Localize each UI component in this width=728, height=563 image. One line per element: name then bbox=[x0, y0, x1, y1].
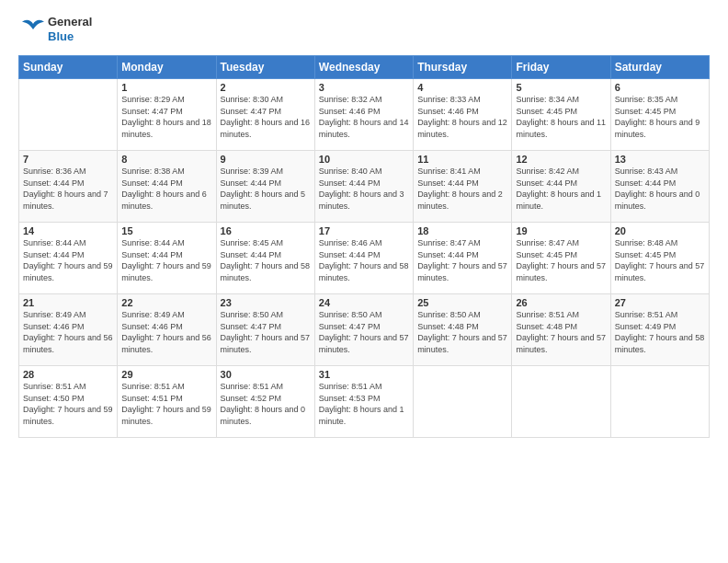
calendar-cell bbox=[512, 366, 610, 438]
day-number: 3 bbox=[319, 82, 409, 93]
day-number: 25 bbox=[417, 297, 507, 308]
calendar-cell: 27Sunrise: 8:51 AMSunset: 4:49 PMDayligh… bbox=[610, 294, 709, 366]
calendar-cell: 25Sunrise: 8:50 AMSunset: 4:48 PMDayligh… bbox=[414, 294, 512, 366]
calendar-week-row: 7Sunrise: 8:36 AMSunset: 4:44 PMDaylight… bbox=[19, 151, 710, 223]
day-number: 2 bbox=[221, 82, 311, 93]
day-info: Sunrise: 8:51 AMSunset: 4:53 PMDaylight:… bbox=[319, 381, 409, 427]
day-number: 5 bbox=[516, 82, 606, 93]
day-number: 28 bbox=[23, 369, 113, 380]
day-info: Sunrise: 8:49 AMSunset: 4:46 PMDaylight:… bbox=[121, 309, 211, 355]
day-number: 27 bbox=[615, 297, 705, 308]
day-info: Sunrise: 8:47 AMSunset: 4:45 PMDaylight:… bbox=[516, 237, 606, 283]
day-number: 21 bbox=[23, 297, 113, 308]
day-info: Sunrise: 8:34 AMSunset: 4:45 PMDaylight:… bbox=[516, 94, 606, 140]
day-number: 15 bbox=[121, 225, 211, 236]
calendar-cell: 15Sunrise: 8:44 AMSunset: 4:44 PMDayligh… bbox=[118, 223, 216, 294]
day-info: Sunrise: 8:40 AMSunset: 4:44 PMDaylight:… bbox=[319, 166, 409, 212]
day-info: Sunrise: 8:36 AMSunset: 4:44 PMDaylight:… bbox=[23, 166, 113, 212]
calendar-week-row: 28Sunrise: 8:51 AMSunset: 4:50 PMDayligh… bbox=[19, 366, 710, 438]
day-info: Sunrise: 8:51 AMSunset: 4:48 PMDaylight:… bbox=[516, 309, 606, 355]
day-number: 9 bbox=[221, 154, 311, 165]
day-number: 14 bbox=[23, 225, 113, 236]
day-info: Sunrise: 8:43 AMSunset: 4:44 PMDaylight:… bbox=[615, 166, 705, 212]
day-number: 24 bbox=[319, 297, 409, 308]
header: General Blue bbox=[18, 15, 710, 44]
day-number: 29 bbox=[121, 369, 211, 380]
calendar-cell: 7Sunrise: 8:36 AMSunset: 4:44 PMDaylight… bbox=[19, 151, 118, 223]
day-info: Sunrise: 8:49 AMSunset: 4:46 PMDaylight:… bbox=[23, 309, 113, 355]
calendar-cell: 12Sunrise: 8:42 AMSunset: 4:44 PMDayligh… bbox=[512, 151, 610, 223]
day-info: Sunrise: 8:33 AMSunset: 4:46 PMDaylight:… bbox=[417, 94, 507, 140]
day-info: Sunrise: 8:51 AMSunset: 4:49 PMDaylight:… bbox=[615, 309, 705, 355]
day-number: 18 bbox=[417, 225, 507, 236]
day-info: Sunrise: 8:30 AMSunset: 4:47 PMDaylight:… bbox=[221, 94, 311, 140]
day-number: 16 bbox=[221, 225, 311, 236]
calendar-cell: 26Sunrise: 8:51 AMSunset: 4:48 PMDayligh… bbox=[512, 294, 610, 366]
day-of-week-header: Saturday bbox=[610, 56, 709, 79]
day-info: Sunrise: 8:50 AMSunset: 4:48 PMDaylight:… bbox=[417, 309, 507, 355]
day-number: 6 bbox=[615, 82, 705, 93]
day-of-week-header: Monday bbox=[118, 56, 216, 79]
calendar-cell: 30Sunrise: 8:51 AMSunset: 4:52 PMDayligh… bbox=[216, 366, 314, 438]
day-info: Sunrise: 8:46 AMSunset: 4:44 PMDaylight:… bbox=[319, 237, 409, 283]
day-info: Sunrise: 8:50 AMSunset: 4:47 PMDaylight:… bbox=[319, 309, 409, 355]
day-of-week-header: Wednesday bbox=[314, 56, 413, 79]
calendar-cell: 19Sunrise: 8:47 AMSunset: 4:45 PMDayligh… bbox=[512, 223, 610, 294]
calendar-cell: 29Sunrise: 8:51 AMSunset: 4:51 PMDayligh… bbox=[118, 366, 216, 438]
calendar-cell: 4Sunrise: 8:33 AMSunset: 4:46 PMDaylight… bbox=[414, 79, 512, 151]
day-number: 4 bbox=[417, 82, 507, 93]
calendar-cell: 17Sunrise: 8:46 AMSunset: 4:44 PMDayligh… bbox=[314, 223, 413, 294]
day-info: Sunrise: 8:47 AMSunset: 4:44 PMDaylight:… bbox=[417, 237, 507, 283]
day-number: 26 bbox=[516, 297, 606, 308]
day-info: Sunrise: 8:45 AMSunset: 4:44 PMDaylight:… bbox=[221, 237, 311, 283]
calendar-week-row: 1Sunrise: 8:29 AMSunset: 4:47 PMDaylight… bbox=[19, 79, 710, 151]
calendar-cell: 8Sunrise: 8:38 AMSunset: 4:44 PMDaylight… bbox=[118, 151, 216, 223]
day-info: Sunrise: 8:48 AMSunset: 4:45 PMDaylight:… bbox=[615, 237, 705, 283]
calendar-cell: 2Sunrise: 8:30 AMSunset: 4:47 PMDaylight… bbox=[216, 79, 314, 151]
calendar-cell: 20Sunrise: 8:48 AMSunset: 4:45 PMDayligh… bbox=[610, 223, 709, 294]
day-number: 10 bbox=[319, 154, 409, 165]
calendar-cell: 21Sunrise: 8:49 AMSunset: 4:46 PMDayligh… bbox=[19, 294, 118, 366]
logo-bird-icon bbox=[18, 15, 48, 44]
calendar-cell: 3Sunrise: 8:32 AMSunset: 4:46 PMDaylight… bbox=[314, 79, 413, 151]
day-of-week-header: Sunday bbox=[19, 56, 118, 79]
calendar-cell: 28Sunrise: 8:51 AMSunset: 4:50 PMDayligh… bbox=[19, 366, 118, 438]
day-number: 30 bbox=[221, 369, 311, 380]
calendar-cell bbox=[610, 366, 709, 438]
day-info: Sunrise: 8:51 AMSunset: 4:50 PMDaylight:… bbox=[23, 381, 113, 427]
day-info: Sunrise: 8:29 AMSunset: 4:47 PMDaylight:… bbox=[121, 94, 211, 140]
day-info: Sunrise: 8:38 AMSunset: 4:44 PMDaylight:… bbox=[121, 166, 211, 212]
calendar-cell bbox=[19, 79, 118, 151]
day-number: 1 bbox=[121, 82, 211, 93]
calendar-cell: 6Sunrise: 8:35 AMSunset: 4:45 PMDaylight… bbox=[610, 79, 709, 151]
calendar-cell: 10Sunrise: 8:40 AMSunset: 4:44 PMDayligh… bbox=[314, 151, 413, 223]
calendar-week-row: 21Sunrise: 8:49 AMSunset: 4:46 PMDayligh… bbox=[19, 294, 710, 366]
day-number: 31 bbox=[319, 369, 409, 380]
day-number: 17 bbox=[319, 225, 409, 236]
calendar-cell: 5Sunrise: 8:34 AMSunset: 4:45 PMDaylight… bbox=[512, 79, 610, 151]
day-number: 20 bbox=[615, 225, 705, 236]
day-number: 7 bbox=[23, 154, 113, 165]
day-info: Sunrise: 8:51 AMSunset: 4:51 PMDaylight:… bbox=[121, 381, 211, 427]
day-info: Sunrise: 8:35 AMSunset: 4:45 PMDaylight:… bbox=[615, 94, 705, 140]
day-of-week-header: Friday bbox=[512, 56, 610, 79]
calendar-cell bbox=[414, 366, 512, 438]
day-number: 19 bbox=[516, 225, 606, 236]
page-container: General Blue SundayMondayTuesdayWednesda… bbox=[0, 0, 728, 447]
day-info: Sunrise: 8:51 AMSunset: 4:52 PMDaylight:… bbox=[221, 381, 311, 427]
calendar-cell: 14Sunrise: 8:44 AMSunset: 4:44 PMDayligh… bbox=[19, 223, 118, 294]
day-of-week-header: Thursday bbox=[414, 56, 512, 79]
logo: General Blue bbox=[18, 15, 92, 44]
calendar-week-row: 14Sunrise: 8:44 AMSunset: 4:44 PMDayligh… bbox=[19, 223, 710, 294]
logo-general-text: General bbox=[48, 15, 92, 29]
logo-text: General Blue bbox=[48, 15, 92, 43]
day-number: 11 bbox=[417, 154, 507, 165]
day-of-week-header: Tuesday bbox=[216, 56, 314, 79]
day-number: 22 bbox=[121, 297, 211, 308]
calendar-cell: 22Sunrise: 8:49 AMSunset: 4:46 PMDayligh… bbox=[118, 294, 216, 366]
calendar-cell: 23Sunrise: 8:50 AMSunset: 4:47 PMDayligh… bbox=[216, 294, 314, 366]
calendar-cell: 9Sunrise: 8:39 AMSunset: 4:44 PMDaylight… bbox=[216, 151, 314, 223]
logo-blue-text: Blue bbox=[48, 29, 92, 44]
calendar-table: SundayMondayTuesdayWednesdayThursdayFrid… bbox=[18, 55, 710, 438]
day-number: 8 bbox=[121, 154, 211, 165]
